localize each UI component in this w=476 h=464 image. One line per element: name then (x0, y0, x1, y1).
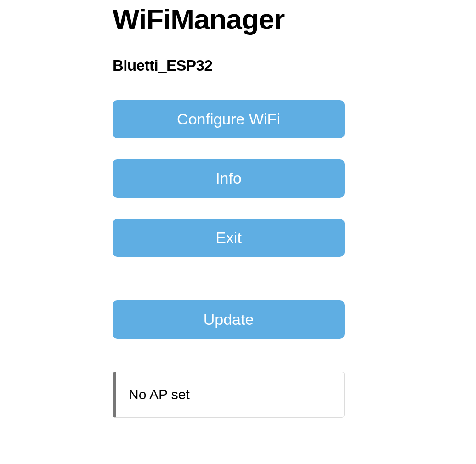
status-message: No AP set (129, 387, 190, 402)
info-button[interactable]: Info (113, 159, 345, 198)
status-box: No AP set (113, 372, 345, 418)
page-title: WiFiManager (113, 4, 345, 35)
exit-button[interactable]: Exit (113, 219, 345, 257)
configure-wifi-button[interactable]: Configure WiFi (113, 100, 345, 138)
update-button[interactable]: Update (113, 300, 345, 339)
main-container: WiFiManager Bluetti_ESP32 Configure WiFi… (113, 4, 345, 418)
device-name: Bluetti_ESP32 (113, 57, 345, 74)
divider (113, 278, 345, 278)
